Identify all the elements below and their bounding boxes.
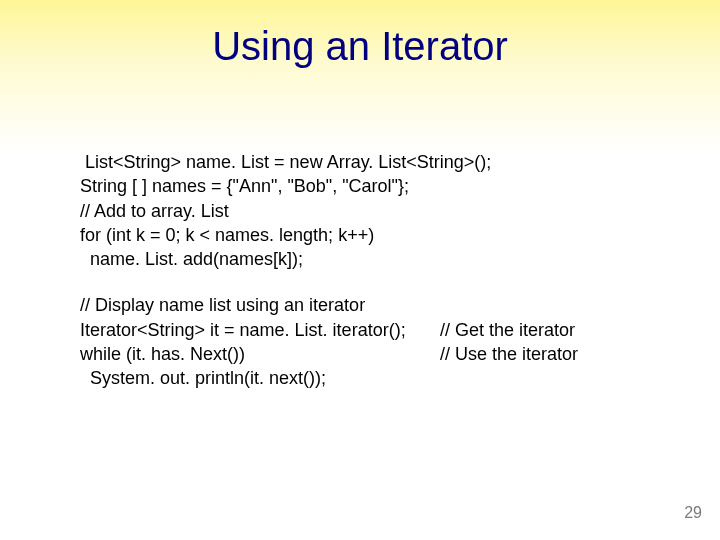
- code-block-1: List<String> name. List = new Array. Lis…: [80, 150, 660, 271]
- code-row: Iterator<String> it = name. List. iterat…: [80, 318, 660, 342]
- code-line: // Display name list using an iterator: [80, 293, 660, 317]
- code-line: String [ ] names = {"Ann", "Bob", "Carol…: [80, 174, 660, 198]
- code-block-2: // Display name list using an iterator I…: [80, 293, 660, 390]
- slide-content: List<String> name. List = new Array. Lis…: [80, 150, 660, 413]
- slide: Using an Iterator List<String> name. Lis…: [0, 0, 720, 540]
- code-line: // Add to array. List: [80, 199, 660, 223]
- code-left: Iterator<String> it = name. List. iterat…: [80, 318, 420, 342]
- code-row: while (it. has. Next()) // Use the itera…: [80, 342, 660, 366]
- page-number: 29: [684, 504, 702, 522]
- code-line: System. out. println(it. next());: [80, 366, 660, 390]
- code-comment: // Use the iterator: [420, 342, 578, 366]
- slide-title: Using an Iterator: [0, 0, 720, 69]
- code-comment: // Get the iterator: [420, 318, 575, 342]
- code-left: while (it. has. Next()): [80, 342, 420, 366]
- code-line: List<String> name. List = new Array. Lis…: [80, 150, 660, 174]
- code-line: name. List. add(names[k]);: [80, 247, 660, 271]
- code-line: for (int k = 0; k < names. length; k++): [80, 223, 660, 247]
